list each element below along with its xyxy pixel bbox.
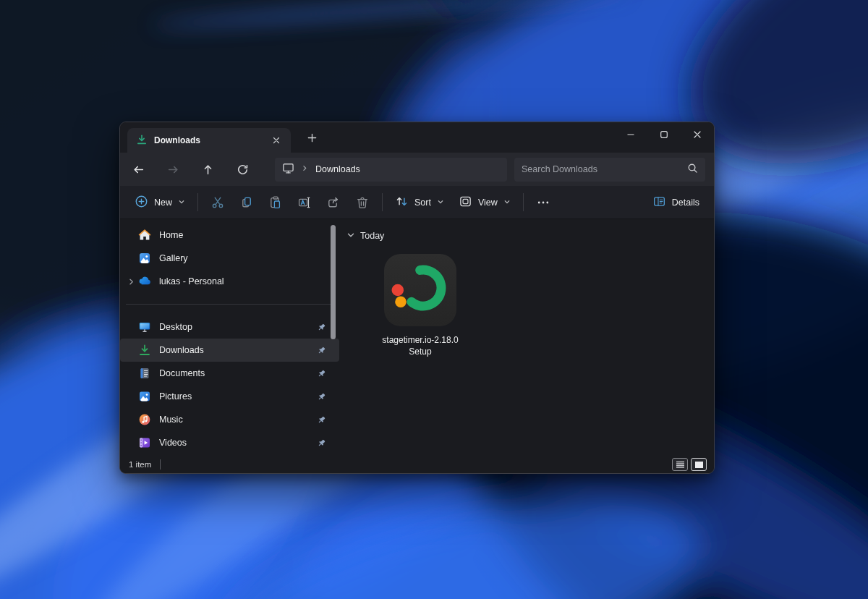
gallery-icon [138, 252, 151, 265]
circle-plus-icon [135, 195, 148, 211]
view-icon [459, 195, 472, 211]
sidebar-item-label: lukas - Personal [159, 276, 326, 286]
sort-button[interactable]: Sort [388, 190, 451, 215]
chevron-down-icon [503, 197, 511, 208]
window-controls [614, 122, 714, 147]
search-input[interactable] [522, 164, 687, 174]
forward-arrow-icon [167, 163, 179, 176]
sidebar-item-label: Documents [159, 368, 317, 378]
refresh-icon [237, 163, 249, 176]
monitor-icon [282, 162, 294, 177]
sidebar-item-gallery[interactable]: Gallery [120, 247, 339, 270]
minimize-button[interactable] [614, 122, 647, 147]
tab-close-icon[interactable] [268, 132, 285, 149]
tab-downloads[interactable]: Downloads [127, 128, 291, 153]
toolbar-divider [523, 193, 524, 211]
details-view-toggle[interactable] [672, 458, 688, 471]
pin-icon [317, 438, 326, 448]
details-pane-icon [652, 195, 666, 211]
home-icon [138, 229, 151, 242]
download-icon [136, 134, 148, 148]
chevron-down-icon[interactable] [346, 231, 355, 242]
maximize-button[interactable] [647, 122, 681, 147]
chevron-down-icon [178, 197, 185, 208]
pin-icon [317, 392, 326, 402]
view-button[interactable]: View [451, 190, 518, 215]
sidebar-item-label: Desktop [159, 322, 317, 332]
pin-icon [317, 415, 326, 425]
sidebar-divider [126, 304, 332, 305]
delete-button[interactable] [348, 190, 377, 215]
delete-icon [355, 195, 370, 210]
cut-button[interactable] [203, 190, 232, 215]
onedrive-icon [138, 275, 151, 288]
file-name: stagetimer.io-2.18.0 Setup [382, 334, 458, 357]
item-count: 1 item [129, 460, 151, 469]
status-divider [160, 459, 161, 470]
details-view-icon [676, 461, 685, 469]
sidebar-item-label: Gallery [159, 253, 326, 263]
breadcrumb-chevron-icon[interactable] [300, 163, 310, 175]
paste-button[interactable] [261, 190, 290, 215]
back-arrow-icon [132, 163, 145, 176]
new-button[interactable]: New [127, 190, 192, 215]
sidebar-item-label: Pictures [159, 391, 317, 402]
sidebar-item-label: Videos [159, 438, 317, 448]
plus-icon [307, 132, 318, 145]
content-area: Home Gallery [120, 219, 714, 456]
details-button[interactable]: Details [645, 190, 707, 215]
sidebar-item-music[interactable]: Music [120, 408, 339, 431]
group-label: Today [360, 231, 384, 241]
sort-icon [395, 195, 409, 211]
rename-icon [297, 195, 312, 210]
search-box[interactable] [514, 158, 705, 182]
sidebar-item-pictures[interactable]: Pictures [120, 385, 339, 408]
tab-title: Downloads [154, 135, 261, 145]
group-header-today[interactable]: Today [346, 228, 705, 244]
refresh-button[interactable] [230, 157, 255, 182]
search-icon[interactable] [687, 163, 698, 176]
share-icon [326, 195, 341, 210]
copy-button[interactable] [232, 190, 261, 215]
new-button-label: New [154, 197, 172, 208]
navigation-pane: Home Gallery [120, 219, 339, 456]
close-button[interactable] [681, 122, 714, 147]
file-explorer-window: Downloads [119, 122, 715, 474]
new-tab-button[interactable] [301, 128, 323, 150]
tab-bar: Downloads [120, 122, 714, 153]
pin-icon [317, 369, 326, 378]
sidebar-scrollbar[interactable] [331, 225, 336, 339]
sidebar-item-home[interactable]: Home [120, 224, 339, 247]
pin-icon [317, 346, 326, 355]
forward-button[interactable] [161, 157, 185, 182]
address-bar[interactable]: Downloads [275, 158, 507, 182]
sidebar-item-documents[interactable]: Documents [120, 362, 339, 385]
rename-button[interactable] [290, 190, 319, 215]
sidebar-item-onedrive[interactable]: lukas - Personal [120, 270, 339, 293]
sidebar-item-label: Home [159, 230, 326, 240]
more-options-button[interactable] [529, 190, 558, 215]
sidebar-item-downloads[interactable]: Downloads [120, 339, 339, 362]
sidebar-item-videos[interactable]: Videos [120, 431, 339, 454]
file-item-stagetimer-setup[interactable]: stagetimer.io-2.18.0 Setup [365, 254, 475, 357]
breadcrumb-location[interactable]: Downloads [315, 164, 360, 174]
view-button-label: View [478, 197, 498, 208]
large-icons-view-icon [694, 461, 704, 469]
back-button[interactable] [126, 157, 150, 182]
cut-icon [210, 195, 225, 210]
sort-button-label: Sort [414, 197, 431, 208]
sidebar-item-desktop[interactable]: Desktop [120, 315, 339, 339]
documents-icon [138, 367, 151, 380]
sidebar-item-label: Music [159, 415, 317, 425]
details-button-label: Details [672, 197, 699, 208]
command-toolbar: New [120, 186, 714, 219]
music-icon [138, 413, 151, 426]
sidebar-item-label: Downloads [159, 345, 317, 355]
up-button[interactable] [195, 157, 220, 182]
share-button[interactable] [319, 190, 348, 215]
expand-chevron-icon[interactable] [127, 278, 138, 286]
toolbar-divider [197, 193, 198, 211]
large-icons-view-toggle[interactable] [691, 458, 707, 471]
downloads-icon [138, 344, 151, 357]
ellipsis-icon [536, 195, 550, 210]
